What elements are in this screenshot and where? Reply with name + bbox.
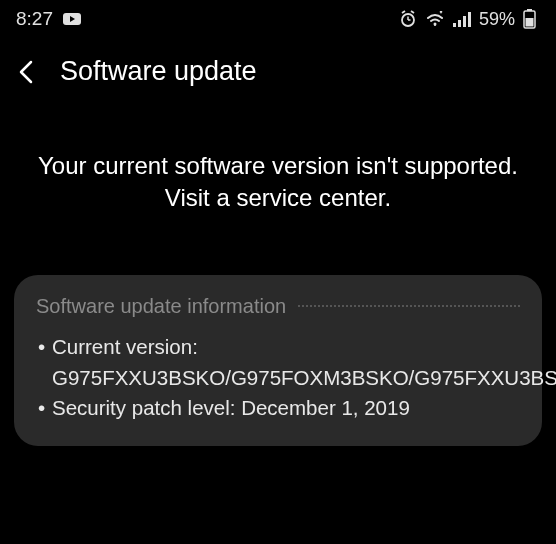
svg-rect-7 xyxy=(453,23,456,27)
youtube-icon xyxy=(63,13,81,25)
alarm-icon xyxy=(399,10,417,28)
dotted-divider xyxy=(298,305,520,307)
svg-rect-8 xyxy=(458,20,461,27)
svg-line-4 xyxy=(402,11,405,13)
signal-icon xyxy=(453,12,471,27)
battery-icon xyxy=(523,9,536,29)
current-version-item: Current version: G975FXXU3BSKO/G975FOXM3… xyxy=(36,332,520,394)
svg-rect-10 xyxy=(468,12,471,27)
unsupported-message: Your current software version isn't supp… xyxy=(0,105,556,265)
security-patch-item: Security patch level: December 1, 2019 xyxy=(36,393,520,424)
svg-line-5 xyxy=(411,11,414,13)
status-bar: 8:27 xyxy=(0,0,556,38)
back-button[interactable] xyxy=(14,59,40,85)
software-update-info-card: Software update information Current vers… xyxy=(14,275,542,446)
header: Software update xyxy=(0,38,556,105)
wifi-icon xyxy=(425,11,445,27)
status-time: 8:27 xyxy=(16,8,53,30)
svg-point-6 xyxy=(433,23,436,26)
svg-rect-9 xyxy=(463,16,466,27)
svg-rect-13 xyxy=(526,18,534,27)
page-title: Software update xyxy=(60,56,257,87)
battery-percent: 59% xyxy=(479,9,515,30)
info-list: Current version: G975FXXU3BSKO/G975FOXM3… xyxy=(36,332,520,424)
status-left: 8:27 xyxy=(16,8,81,30)
info-card-title: Software update information xyxy=(36,295,286,318)
info-title-row: Software update information xyxy=(36,295,520,318)
status-right: 59% xyxy=(399,9,536,30)
